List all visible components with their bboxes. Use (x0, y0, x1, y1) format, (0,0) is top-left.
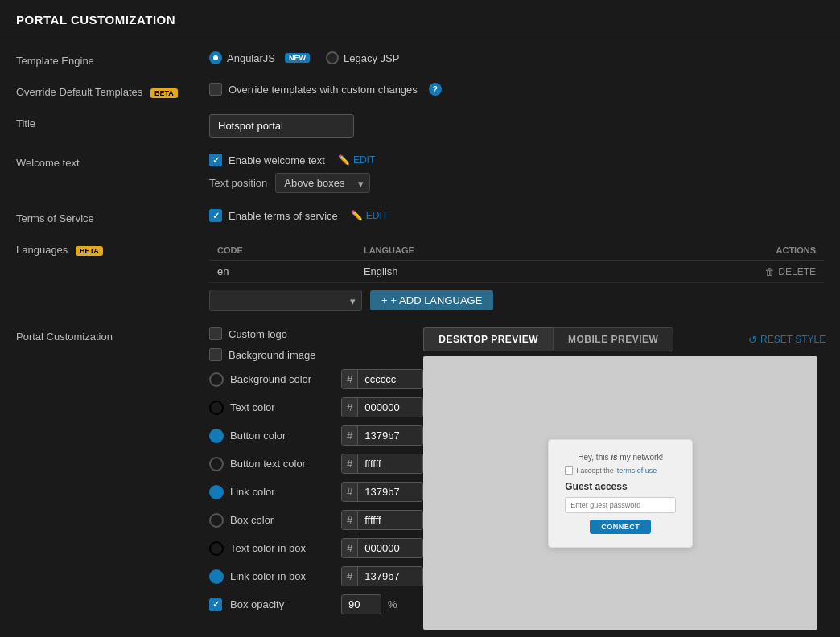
button-text-color-input-wrapper: # (341, 454, 423, 474)
background-color-input[interactable] (358, 370, 422, 388)
box-color-circle (209, 513, 224, 528)
preview-italic-text: is (611, 453, 617, 462)
portal-customization-label: Portal Customization (16, 327, 209, 343)
preview-password-input (565, 497, 676, 513)
preview-tos-row: I accept the terms of use (565, 466, 676, 475)
background-color-input-wrapper: # (341, 369, 423, 389)
welcome-text-edit-link[interactable]: ✏️ EDIT (338, 154, 375, 166)
page-header: PORTAL CUSTOMIZATION (0, 0, 840, 35)
button-color-hash: # (342, 426, 358, 445)
tos-edit-link[interactable]: ✏️ EDIT (351, 210, 388, 221)
text-color-row: Text color # (209, 397, 423, 417)
text-color-input-wrapper: # (341, 397, 423, 417)
text-color-in-box-input[interactable] (358, 539, 422, 557)
title-row: Title (16, 114, 824, 138)
text-color-input[interactable] (358, 398, 422, 417)
link-color-in-box-hash: # (342, 567, 358, 586)
button-color-row: Button color # (209, 425, 423, 446)
legacy-jsp-label: Legacy JSP (344, 52, 399, 64)
terms-of-service-field: Enable terms of service ✏️ EDIT (209, 209, 824, 222)
override-templates-row: Override Default Templates BETA Override… (16, 83, 824, 98)
page-title: PORTAL CUSTOMIZATION (16, 13, 824, 27)
text-color-circle (209, 401, 224, 415)
enable-tos-label: Enable terms of service (229, 210, 338, 222)
preview-tos-text: I accept the (576, 466, 614, 475)
text-color-in-box-hash: # (342, 539, 358, 557)
box-opacity-input[interactable] (341, 594, 381, 614)
percent-symbol: % (388, 598, 397, 610)
button-color-input[interactable] (358, 426, 422, 445)
text-position-row: Text position Above boxes (209, 173, 824, 193)
link-color-in-box-row: Link color in box # (209, 566, 423, 586)
reset-style-button[interactable]: ↺ RESET STYLE (748, 334, 826, 346)
title-input[interactable] (209, 114, 354, 138)
text-color-in-box-circle (209, 541, 224, 556)
trash-icon: 🗑 (765, 266, 775, 277)
box-color-hash: # (342, 511, 358, 529)
text-position-select[interactable]: Above boxes (275, 173, 370, 193)
angularjs-label: AngularJS (227, 52, 275, 64)
languages-badge: BETA (76, 246, 103, 256)
lang-name-cell: English (356, 261, 590, 283)
welcome-text-field: Enable welcome text ✏️ EDIT Text positio… (209, 154, 824, 193)
background-color-label: Background color (230, 373, 335, 385)
portal-left-col: Custom logo Background image Background … (209, 327, 423, 623)
lang-actions-cell: 🗑 DELETE (590, 261, 824, 283)
box-color-label: Box color (230, 514, 335, 526)
title-label: Title (16, 114, 209, 129)
override-templates-checkbox-box (209, 83, 222, 96)
custom-logo-row: Custom logo (209, 327, 423, 340)
background-color-row: Background color # (209, 369, 423, 389)
text-color-label: Text color (230, 401, 335, 413)
help-icon: ? (429, 83, 442, 96)
mobile-preview-tab[interactable]: MOBILE PREVIEW (553, 327, 673, 351)
text-color-in-box-input-wrapper: # (341, 538, 423, 558)
box-opacity-label: Box opacity (230, 598, 335, 610)
text-position-label: Text position (209, 177, 267, 189)
delete-language-button[interactable]: 🗑 DELETE (765, 266, 816, 277)
box-opacity-checkbox[interactable] (209, 598, 222, 611)
background-color-hash: # (342, 370, 358, 388)
enable-tos-checkbox-box (209, 209, 222, 222)
add-language-row: + + ADD LANGUAGE (209, 290, 824, 311)
template-engine-group: AngularJS NEW Legacy JSP (209, 51, 824, 64)
preview-tabs: DESKTOP PREVIEW MOBILE PREVIEW (423, 327, 673, 351)
plus-icon: + (381, 294, 388, 306)
enable-welcome-text-checkbox[interactable]: Enable welcome text ✏️ EDIT (209, 154, 824, 166)
button-color-label: Button color (230, 429, 335, 442)
enable-tos-checkbox[interactable]: Enable terms of service ✏️ EDIT (209, 209, 824, 222)
preview-card: Hey, this is my network! I accept the te… (548, 439, 693, 548)
enable-welcome-text-label: Enable welcome text (229, 154, 325, 166)
terms-of-service-label: Terms of Service (16, 209, 209, 224)
angularjs-radio[interactable]: AngularJS NEW (209, 51, 310, 64)
angularjs-badge: NEW (285, 53, 310, 63)
add-language-button[interactable]: + + ADD LANGUAGE (370, 290, 493, 310)
preview-area: Hey, this is my network! I accept the te… (423, 356, 817, 630)
bg-image-checkbox[interactable] (209, 348, 222, 361)
link-color-input[interactable] (358, 483, 422, 501)
enable-welcome-text-checkbox-box (209, 154, 222, 166)
preview-guest-access-title: Guest access (565, 481, 676, 492)
template-engine-row: Template Engine AngularJS NEW Legacy JSP (16, 51, 824, 67)
title-field (209, 114, 824, 138)
custom-logo-checkbox[interactable] (209, 327, 222, 340)
link-color-in-box-input[interactable] (358, 567, 422, 586)
add-language-select[interactable] (209, 290, 362, 311)
languages-row: Languages BETA CODE LANGUAGE ACTIONS en … (16, 240, 824, 311)
welcome-text-row: Welcome text Enable welcome text ✏️ EDIT… (16, 154, 824, 193)
button-text-color-circle (209, 457, 224, 471)
angularjs-radio-circle (209, 51, 222, 64)
override-templates-checkbox[interactable]: Override templates with custom changes ? (209, 83, 824, 96)
text-color-in-box-label: Text color in box (230, 542, 335, 554)
bg-image-label: Background image (229, 349, 315, 361)
override-templates-field: Override templates with custom changes ? (209, 83, 824, 96)
override-templates-checkbox-label: Override templates with custom changes (229, 84, 418, 96)
button-text-color-input[interactable] (358, 454, 422, 473)
box-color-input[interactable] (358, 511, 422, 529)
legacy-jsp-radio[interactable]: Legacy JSP (326, 51, 399, 64)
desktop-preview-tab[interactable]: DESKTOP PREVIEW (423, 327, 553, 351)
text-position-select-wrapper: Above boxes (275, 173, 370, 193)
link-color-hash: # (342, 483, 358, 501)
box-opacity-row: Box opacity % (209, 594, 423, 614)
override-templates-label: Override Default Templates BETA (16, 83, 209, 98)
